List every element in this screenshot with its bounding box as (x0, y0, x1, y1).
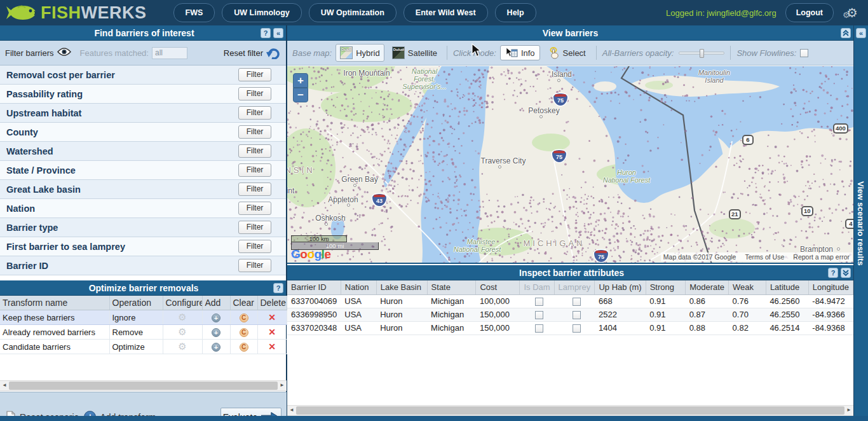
right-horizontal-scrollbar[interactable]: ◄► (287, 405, 853, 416)
map-collapse-button[interactable] (841, 28, 851, 38)
filter-button[interactable]: Filter (238, 144, 271, 158)
barrier-row[interactable]: 6337004069USAHuronMichigan100,0006680.91… (287, 294, 853, 308)
nav-fws[interactable]: FWS (173, 3, 215, 22)
find-help-button[interactable]: ? (261, 28, 271, 38)
add-plus-icon[interactable]: + (212, 328, 220, 337)
transform-row[interactable]: Candidate barriersOptimize⚙+C✕ (0, 340, 287, 354)
barrier-cell: 46.2560 (766, 294, 808, 308)
transform-row[interactable]: Keep these barriersIgnore⚙+C✕ (0, 310, 287, 325)
barrier-cell: -84.9366 (808, 308, 853, 321)
is-dam-checkbox[interactable] (535, 311, 543, 319)
barrier-cell: -84.9472 (808, 294, 853, 308)
inspect-help-button[interactable]: ? (828, 268, 838, 278)
delete-x-icon[interactable]: ✕ (268, 342, 276, 352)
city-dot (557, 79, 560, 82)
filter-button[interactable]: Filter (238, 259, 271, 272)
barrier-cell: Huron (376, 294, 427, 308)
slider-thumb[interactable] (700, 49, 704, 58)
filter-label: Barrier ID (6, 261, 238, 271)
configure-gear-icon[interactable]: ⚙ (178, 326, 186, 337)
info-mode-button[interactable]: Info (500, 45, 540, 60)
barrier-cell: 0.70 (729, 308, 766, 321)
barrier-cell: USA (341, 294, 376, 308)
flowlines-checkbox[interactable] (800, 49, 808, 57)
filter-button[interactable]: Filter (238, 240, 271, 253)
report-error-link[interactable]: Report a map error (793, 253, 850, 261)
select-hand-icon (548, 47, 560, 59)
delete-x-icon[interactable]: ✕ (268, 312, 276, 322)
top-bar: FishWerks FWSUW LimnologyUW Optimization… (0, 0, 868, 25)
filter-button[interactable]: Filter (238, 68, 271, 81)
clear-icon[interactable]: C (240, 314, 248, 322)
features-matched-input[interactable] (152, 47, 187, 59)
inspect-collapse-button[interactable] (841, 268, 851, 278)
filter-button[interactable]: Filter (238, 163, 271, 177)
map-label: National Forest (454, 245, 501, 253)
clear-icon[interactable]: C (240, 328, 248, 337)
nav-uw-limnology[interactable]: UW Limnology (222, 3, 302, 22)
transform-operation: Optimize (109, 340, 163, 354)
filter-button[interactable]: Filter (238, 221, 271, 234)
hybrid-thumbnail: Duluth (340, 46, 353, 59)
barrier-cell: 0.87 (686, 308, 729, 321)
find-collapse-button[interactable]: « (273, 28, 283, 38)
opt-col-header: Operation (109, 296, 163, 310)
configure-gear-icon[interactable]: ⚙ (178, 312, 186, 322)
barrier-cell: 0.91 (646, 321, 685, 335)
barrier-row[interactable]: 6337020348USAHuronMichigan150,00014040.9… (287, 321, 853, 335)
view-barriers-panel: View barriers Base map: Duluth Hybrid Du… (287, 25, 853, 416)
barrier-cell: 0.91 (646, 294, 685, 308)
transforms-table: Transform nameOperationConfigureAddClear… (0, 296, 287, 354)
app-bottom-strip (0, 416, 868, 421)
transform-row[interactable]: Already removed barriersRemove⚙+C✕ (0, 325, 287, 340)
terms-link[interactable]: Terms of Use (745, 253, 784, 261)
lamprey-checkbox[interactable] (573, 298, 581, 306)
optimize-help-button[interactable]: ? (273, 283, 283, 293)
opacity-slider[interactable] (679, 52, 724, 55)
city-dot (498, 165, 501, 169)
configure-gear-icon[interactable]: ⚙ (178, 341, 186, 352)
basemap-hybrid-button[interactable]: Duluth Hybrid (336, 44, 384, 62)
filter-button[interactable]: Filter (238, 183, 271, 196)
scenario-results-label[interactable]: View scenario results (856, 181, 865, 266)
left-horizontal-scrollbar[interactable]: ◄► (0, 380, 287, 391)
add-plus-icon[interactable]: + (212, 314, 220, 322)
map-toolbar: Base map: Duluth Hybrid Duluth Satellite… (287, 41, 853, 66)
barrier-row[interactable]: 6336998950USAHuronMichigan150,00025220.9… (287, 308, 853, 321)
reset-filter-button[interactable]: Reset filter (224, 46, 281, 59)
zoom-in-button[interactable]: + (293, 73, 308, 88)
is-dam-checkbox[interactable] (535, 324, 543, 333)
filter-row: Barrier IDFilter (0, 256, 286, 275)
barrier-cell: 46.2550 (766, 308, 808, 321)
logout-button[interactable]: Logout (785, 3, 834, 22)
map-canvas[interactable]: Iron MountainNationalForest,Supervisor's… (287, 66, 853, 264)
flowlines-label: Show Flowlines: (736, 48, 796, 58)
city-dot (539, 115, 543, 118)
select-mode-button[interactable]: Select (544, 45, 590, 61)
filter-button[interactable]: Filter (238, 87, 271, 100)
city-dot (353, 184, 356, 187)
filter-button[interactable]: Filter (238, 202, 271, 215)
strip-expand-button[interactable]: « (856, 28, 866, 38)
nav-help[interactable]: Help (495, 3, 536, 22)
opt-col-header: Configure (163, 296, 202, 310)
add-plus-icon[interactable]: + (212, 343, 220, 352)
zoom-out-button[interactable]: − (293, 88, 308, 102)
filter-label: Removal cost per barrier (6, 70, 238, 80)
clear-icon[interactable]: C (240, 343, 248, 352)
barrier-cell: Huron (376, 321, 427, 335)
lamprey-checkbox[interactable] (573, 324, 581, 333)
opt-col-header: Delete (257, 296, 287, 310)
is-dam-checkbox[interactable] (535, 298, 543, 306)
lamprey-checkbox[interactable] (573, 311, 581, 319)
basemap-satellite-button[interactable]: Duluth Satellite (388, 45, 441, 61)
settings-gears-icon[interactable]: ⚙⚙ (843, 4, 862, 22)
nav-enter-wild-west[interactable]: Enter Wild West (403, 3, 488, 22)
nav-uw-optimization[interactable]: UW Optimization (309, 3, 397, 22)
delete-x-icon[interactable]: ✕ (268, 327, 276, 337)
filter-button[interactable]: Filter (238, 125, 271, 139)
map-attribution: Map data ©2017 Google Terms of Use Repor… (661, 252, 852, 261)
scenario-results-strip[interactable]: « View scenario results (854, 25, 868, 421)
eye-icon[interactable] (57, 48, 71, 58)
filter-button[interactable]: Filter (238, 106, 271, 120)
